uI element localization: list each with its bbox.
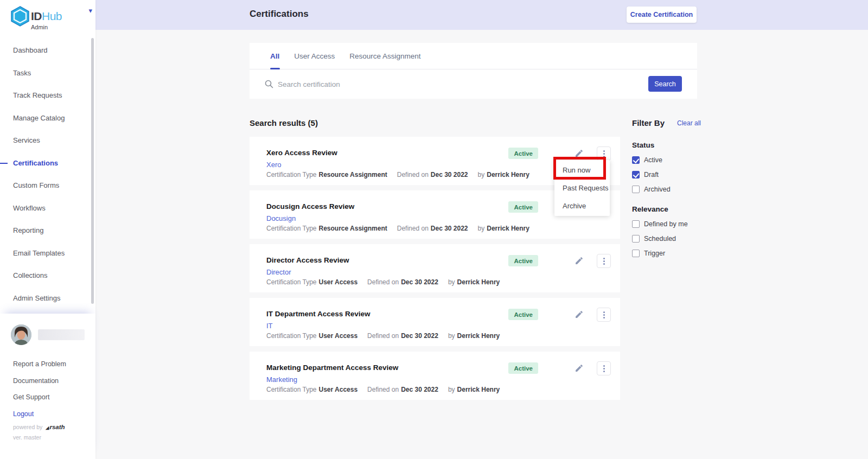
certification-target-link[interactable]: Director: [266, 268, 291, 276]
documentation-link[interactable]: Documentation: [13, 373, 66, 390]
sidebar-item-services[interactable]: Services: [0, 129, 95, 152]
certification-target-link[interactable]: Docusign: [266, 214, 296, 222]
kebab-menu-button[interactable]: [597, 361, 611, 375]
certification-card-marketing: Marketing Department Access Review Marke…: [250, 352, 620, 400]
version-label: ver. master: [13, 434, 41, 441]
filter-option-defined-by-me[interactable]: Defined by me: [632, 220, 697, 228]
status-badge: Active: [508, 362, 538, 374]
sidebar-item-certifications[interactable]: Certifications: [0, 152, 95, 175]
menu-item-archive[interactable]: Archive: [554, 197, 610, 215]
tabs-search-panel: All User Access Resource Assignment Sear…: [250, 43, 697, 99]
sidebar-scrollbar[interactable]: [91, 38, 94, 304]
sidebar-item-admin-settings[interactable]: Admin Settings: [0, 287, 95, 310]
certification-target-link[interactable]: Xero: [266, 161, 281, 169]
filter-option-label: Draft: [644, 171, 659, 178]
powered-by-label: powered by: [13, 424, 42, 430]
hexagon-logo-icon: [11, 6, 29, 27]
meta-value-defined: Dec 30 2022: [401, 386, 438, 393]
meta-label-type: Certification Type: [266, 332, 317, 340]
sidebar-item-email-templates[interactable]: Email Templates: [0, 242, 95, 265]
sidebar-item-manage-catalog[interactable]: Manage Catalog: [0, 107, 95, 130]
kebab-menu-button[interactable]: [597, 308, 611, 322]
search-input[interactable]: [278, 76, 625, 92]
meta-label-type: Certification Type: [266, 386, 317, 393]
status-badge: Active: [508, 201, 538, 213]
sidebar-item-custom-forms[interactable]: Custom Forms: [0, 174, 95, 197]
tab-user-access[interactable]: User Access: [294, 43, 335, 69]
certification-title: Marketing Department Access Review: [266, 364, 398, 372]
certification-meta: Certification TypeUser AccessDefined onD…: [266, 278, 509, 286]
top-header: Certifications Create Certification: [95, 0, 868, 30]
meta-value-owner: Derrick Henry: [457, 278, 500, 286]
clear-all-link[interactable]: Clear all: [677, 119, 701, 127]
checkbox-checked-icon[interactable]: [632, 156, 640, 164]
filter-option-trigger[interactable]: Trigger: [632, 250, 697, 257]
logout-link[interactable]: Logout: [13, 406, 66, 423]
certification-meta: Certification TypeResource AssignmentDef…: [266, 225, 539, 232]
filter-by-title: Filter By: [632, 118, 665, 127]
meta-value-type: User Access: [319, 386, 358, 393]
meta-value-defined: Dec 30 2022: [401, 332, 438, 340]
meta-value-defined: Dec 30 2022: [431, 225, 468, 232]
status-badge: Active: [508, 309, 538, 320]
filter-panel: Filter By Clear all Status Active Draft …: [632, 118, 697, 257]
status-badge: Active: [508, 148, 538, 159]
tab-all[interactable]: All: [270, 43, 279, 69]
certification-card-it: IT Department Access Review IT Certifica…: [250, 298, 620, 346]
checkbox-unchecked-icon[interactable]: [632, 220, 640, 228]
meta-label-by: by: [478, 225, 485, 232]
avatar[interactable]: [11, 324, 31, 345]
kebab-menu-button[interactable]: [597, 254, 611, 268]
filter-option-scheduled[interactable]: Scheduled: [632, 235, 697, 243]
status-badge: Active: [508, 255, 538, 266]
filter-option-draft[interactable]: Draft: [632, 171, 697, 178]
user-profile[interactable]: [11, 324, 85, 345]
filter-option-label: Trigger: [644, 250, 665, 257]
sidebar-nav: Dashboard Tasks Track Requests Manage Ca…: [0, 39, 95, 309]
certification-meta: Certification TypeUser AccessDefined onD…: [266, 386, 509, 393]
tab-resource-assignment[interactable]: Resource Assignment: [349, 43, 420, 69]
certification-target-link[interactable]: Marketing: [266, 375, 297, 384]
meta-label-defined: Defined on: [397, 171, 429, 178]
menu-item-run-now[interactable]: Run now: [554, 161, 610, 179]
filter-option-archived[interactable]: Archived: [632, 186, 697, 193]
create-certification-button[interactable]: Create Certification: [627, 7, 697, 23]
caret-down-icon[interactable]: ▾: [88, 7, 92, 15]
edit-pencil-icon[interactable]: [575, 149, 584, 158]
filter-option-active[interactable]: Active: [632, 156, 697, 164]
search-icon: [265, 80, 273, 88]
meta-value-owner: Derrick Henry: [457, 332, 500, 340]
sidebar-item-tasks[interactable]: Tasks: [0, 62, 95, 85]
filter-option-label: Defined by me: [644, 220, 688, 228]
brand-role: Admin: [31, 24, 48, 30]
sidebar-item-reporting[interactable]: Reporting: [0, 219, 95, 242]
brand-name: IDHub: [31, 10, 62, 23]
certification-title: Docusign Access Review: [266, 202, 354, 211]
checkbox-unchecked-icon[interactable]: [632, 235, 640, 243]
sidebar-item-workflows[interactable]: Workflows: [0, 197, 95, 220]
edit-pencil-icon[interactable]: [575, 256, 584, 266]
edit-pencil-icon[interactable]: [575, 310, 584, 320]
meta-value-type: Resource Assignment: [319, 225, 387, 232]
menu-item-past-requests[interactable]: Past Requests: [554, 179, 610, 197]
meta-label-by: by: [448, 278, 455, 286]
checkbox-checked-icon[interactable]: [632, 171, 640, 178]
filter-group-status: Status: [632, 141, 697, 149]
certification-target-link[interactable]: IT: [266, 322, 273, 330]
sidebar-item-track-requests[interactable]: Track Requests: [0, 84, 95, 107]
get-support-link[interactable]: Get Support: [13, 389, 66, 406]
report-a-problem-link[interactable]: Report a Problem: [13, 356, 66, 373]
kebab-menu-button[interactable]: [597, 146, 611, 161]
checkbox-unchecked-icon[interactable]: [632, 186, 640, 193]
user-name-redacted: [38, 329, 85, 340]
edit-pencil-icon[interactable]: [575, 364, 584, 373]
sidebar-footer-links: Report a Problem Documentation Get Suppo…: [13, 356, 66, 422]
sidebar-item-dashboard[interactable]: Dashboard: [0, 39, 95, 62]
checkbox-unchecked-icon[interactable]: [632, 250, 640, 257]
search-button[interactable]: Search: [648, 76, 682, 92]
sidebar-item-collections[interactable]: Collections: [0, 264, 95, 287]
sidebar: IDHub ▾ Admin Dashboard Tasks Track Requ…: [0, 0, 95, 459]
certification-meta: Certification TypeResource AssignmentDef…: [266, 171, 539, 178]
meta-value-owner: Derrick Henry: [457, 386, 500, 393]
meta-value-owner: Derrick Henry: [487, 225, 529, 232]
